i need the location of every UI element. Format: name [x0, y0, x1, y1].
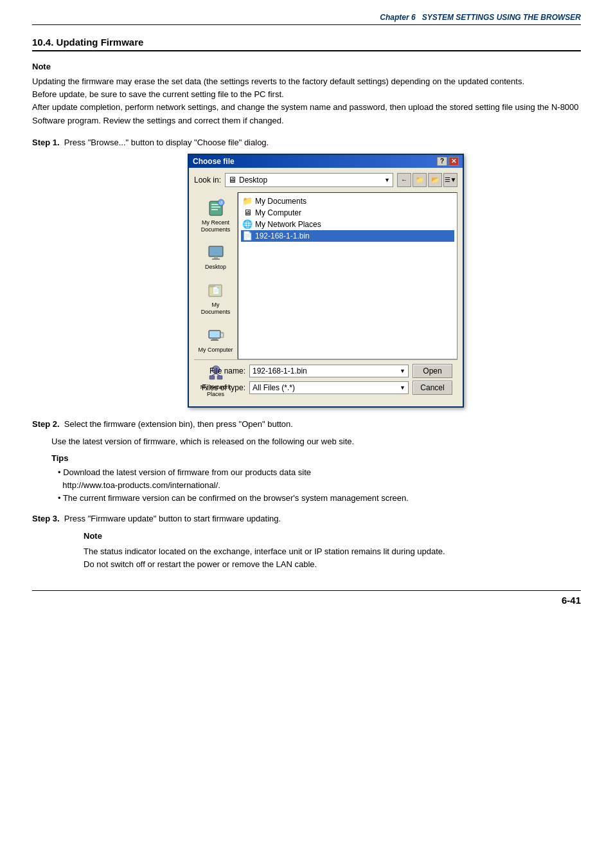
choose-file-dialog: Choose file ? ✕ Look in: 🖥 Desktop ▼ [188, 154, 464, 408]
desktop-label: Desktop [205, 264, 226, 271]
views-button[interactable]: ☰▼ [443, 173, 458, 187]
help-button[interactable]: ? [437, 157, 447, 166]
svg-text:↺: ↺ [219, 201, 223, 205]
dialog-wrapper: Choose file ? ✕ Look in: 🖥 Desktop ▼ [71, 154, 581, 408]
step2-block: Step 2. Select the firmware (extension b… [32, 419, 581, 505]
nav-item-recent[interactable]: ↺ My RecentDocuments [194, 195, 237, 236]
new-folder-button[interactable]: 📂 [428, 173, 442, 187]
desktop-icon: 🖥 [228, 175, 236, 185]
filetype-value: All Files (*.*) [253, 383, 295, 392]
tip-1: • Download the latest version of firmwar… [58, 466, 581, 492]
section-title: 10.4. Updating Firmware [32, 37, 581, 51]
desktop-nav-icon [206, 242, 226, 262]
filename-label: File name: [199, 366, 245, 375]
step3-label: Step 3. [32, 514, 60, 523]
dialog-titlebar: Choose file ? ✕ [189, 155, 463, 168]
lookin-label: Look in: [194, 176, 221, 185]
dialog-title: Choose file [193, 157, 235, 166]
svg-rect-2 [211, 206, 220, 208]
filetype-dropdown-arrow: ▼ [400, 384, 405, 391]
svg-text:📄: 📄 [212, 286, 220, 294]
file-name-mynetwork: My Network Places [255, 220, 321, 229]
file-item-mynetwork[interactable]: 🌐 My Network Places [241, 219, 454, 230]
file-item-mycomputer[interactable]: 🖥 My Computer [241, 207, 454, 219]
svg-rect-16 [211, 339, 218, 341]
step3-note: Note The status indicator located on the… [84, 530, 581, 570]
note-line-1: Updating the firmware may erase the set … [32, 75, 581, 88]
step2-label: Step 2. [32, 419, 60, 429]
filetype-label: Files of type: [199, 383, 245, 392]
step3-line: Step 3. Press "Firmware update" button t… [32, 514, 581, 523]
folder-icon-mydocuments: 📁 [242, 196, 253, 206]
dropdown-arrow: ▼ [384, 177, 390, 183]
step2-subtext: Use the latest version of firmware, whic… [51, 435, 581, 448]
dialog-body: Look in: 🖥 Desktop ▼ ← 📁 📂 ☰▼ [189, 168, 463, 406]
note-line-2: Before update, be sure to save the curre… [32, 88, 581, 101]
svg-rect-20 [209, 375, 215, 379]
step3-block: Step 3. Press "Firmware update" button t… [32, 514, 581, 570]
back-button[interactable]: ← [397, 173, 411, 187]
svg-rect-18 [221, 334, 223, 337]
section-name: Updating Firmware [57, 37, 144, 48]
chapter-title: SYSTEM SETTINGS USING THE BROWSER [422, 13, 581, 22]
step2-tips: Tips • Download the latest version of fi… [51, 452, 581, 505]
lookin-row: Look in: 🖥 Desktop ▼ ← 📁 📂 ☰▼ [194, 173, 458, 187]
nav-item-mydocs[interactable]: 📄 My Documents [194, 277, 237, 318]
page-header: Chapter 6 SYSTEM SETTINGS USING THE BROW… [32, 13, 581, 25]
section-number: 10.4. [32, 37, 53, 48]
nav-item-desktop[interactable]: Desktop [194, 239, 237, 273]
folder-icon-mycomputer: 🖥 [242, 208, 253, 218]
svg-rect-9 [209, 247, 222, 255]
filename-value: 192-168-1-1.bin [253, 366, 307, 375]
file-item-mydocuments[interactable]: 📁 My Documents [241, 195, 454, 207]
step1-line: Step 1. Press "Browse..." button to disp… [32, 138, 581, 147]
file-name-mydocuments: My Documents [255, 197, 306, 206]
filename-dropdown-arrow: ▼ [400, 368, 405, 374]
lookin-toolbar: ← 📁 📂 ☰▼ [397, 173, 458, 187]
step3-note-line-1: The status indicator located on the exch… [84, 545, 581, 558]
file-area[interactable]: 📁 My Documents 🖥 My Computer 🌐 My Networ… [238, 192, 458, 359]
recent-icon: ↺ [206, 197, 226, 218]
step2-line: Step 2. Select the firmware (extension b… [32, 419, 581, 429]
note-line-3: After update completion, perform network… [32, 101, 581, 127]
filename-input[interactable]: 192-168-1-1.bin ▼ [249, 365, 409, 377]
sidebar-nav: ↺ My RecentDocuments [194, 192, 238, 359]
lookin-select[interactable]: 🖥 Desktop ▼ [225, 173, 393, 187]
mycomputer-label: My Computer [198, 347, 233, 354]
mydocs-label: My Documents [198, 302, 233, 316]
mycomputer-icon [206, 325, 226, 345]
tips-label: Tips [51, 452, 581, 465]
filename-row: File name: 192-168-1-1.bin ▼ Open [199, 364, 452, 378]
step1-text: Press "Browse..." button to display "Cho… [64, 138, 269, 147]
svg-rect-7 [214, 257, 218, 258]
file-icon-bin: 📄 [242, 231, 253, 241]
note-label: Note [32, 60, 581, 73]
svg-rect-8 [212, 258, 220, 260]
cancel-button[interactable]: Cancel [413, 381, 452, 395]
file-item-binfile[interactable]: 📄 192-168-1-1.bin [241, 230, 454, 242]
svg-rect-21 [217, 375, 222, 379]
svg-rect-15 [212, 338, 217, 339]
page-number: 6-41 [32, 590, 581, 606]
mydocs-icon: 📄 [206, 280, 226, 300]
step3-note-line-2: Do not switch off or restart the power o… [84, 558, 581, 571]
step2-text: Select the firmware (extension bin), the… [64, 419, 293, 429]
up-folder-button[interactable]: 📁 [413, 173, 427, 187]
filetype-input[interactable]: All Files (*.*) ▼ [249, 381, 409, 394]
close-button[interactable]: ✕ [449, 157, 459, 166]
file-name-mycomputer: My Computer [255, 208, 301, 217]
note-block: Note Updating the firmware may erase the… [32, 60, 581, 127]
titlebar-buttons: ? ✕ [437, 157, 459, 166]
step1-label: Step 1. [32, 138, 60, 147]
tip-2: • The current firmware version can be co… [58, 492, 581, 505]
open-button[interactable]: Open [413, 364, 452, 378]
step3-text: Press "Firmware update" button to start … [64, 514, 281, 523]
svg-rect-14 [209, 331, 220, 338]
folder-icon-mynetwork: 🌐 [242, 219, 253, 230]
chapter-label: Chapter 6 [380, 13, 415, 22]
file-name-bin: 192-168-1-1.bin [255, 231, 310, 240]
svg-rect-3 [211, 209, 218, 210]
step3-note-label: Note [84, 530, 581, 543]
nav-item-mycomputer[interactable]: My Computer [194, 322, 237, 356]
lookin-select-inner: 🖥 Desktop [228, 175, 267, 185]
